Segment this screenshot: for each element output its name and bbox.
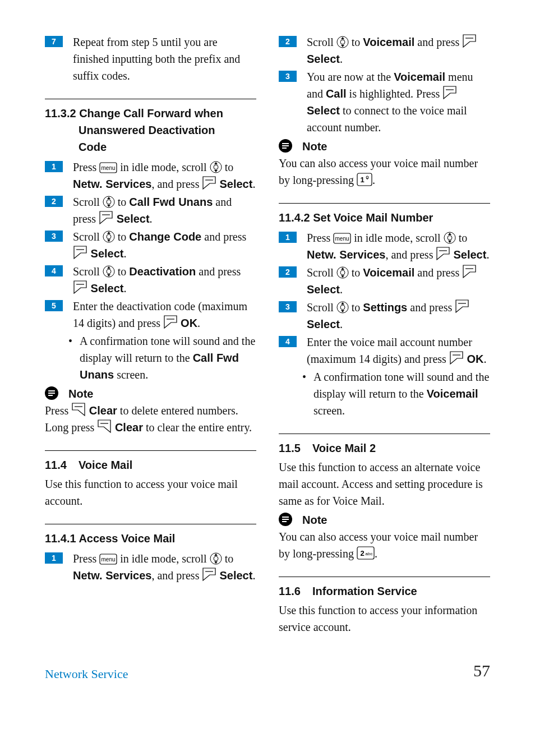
softkey-left-icon [449, 351, 464, 365]
divider [279, 203, 490, 204]
softkey-left-icon [73, 245, 87, 260]
note-body: Press Clear to delete entered numbers. L… [45, 402, 256, 436]
nav-icon [336, 36, 349, 48]
step-text: Repeat from step 5 until you are finishe… [73, 34, 256, 84]
para-11-4: Use this function to access your voice m… [45, 476, 256, 509]
step-2: 2 Scroll to Call Fwd Unans and press Sel… [45, 193, 256, 227]
step-number: 5 [45, 300, 63, 311]
softkey-left-icon [73, 280, 87, 294]
heading-11-6: 11.6 Information Service [279, 583, 490, 600]
para-11-5: Use this function to access an alternate… [279, 459, 490, 509]
para-11-6: Use this function to access your informa… [279, 602, 490, 635]
divider [45, 524, 256, 524]
note-body: You can also access your voice mail numb… [279, 528, 490, 562]
heading-11-5: 11.5 Voice Mail 2 [279, 440, 490, 457]
menu-key-icon [333, 233, 351, 244]
right-column: 2 Scroll to Voicemail and press Select. … [279, 34, 490, 635]
step-number: 2 [45, 196, 63, 207]
key-1-icon [357, 173, 372, 186]
bullet: • A confirmation tone will sound and the… [302, 368, 490, 419]
step-2: 2 Scroll to Voicemail and press Select. [279, 264, 490, 298]
softkey-left-icon [462, 34, 477, 48]
nav-icon [210, 552, 222, 565]
softkey-left-icon [455, 299, 469, 314]
step-3: 3 Scroll to Change Code and press Select… [45, 228, 256, 262]
note-icon [279, 139, 292, 153]
step-1: 1 Press in idle mode, scroll to Netw. Se… [45, 550, 256, 584]
step-number: 4 [279, 336, 297, 347]
footer-section: Network Service [45, 665, 128, 683]
step-1: 1 Press in idle mode, scroll to Netw. Se… [45, 159, 256, 192]
step-7: 7 Repeat from step 5 until you are finis… [45, 34, 256, 84]
content-columns: 7 Repeat from step 5 until you are finis… [45, 34, 490, 635]
step-number: 1 [45, 161, 63, 172]
step-number: 2 [279, 36, 297, 47]
softkey-left-icon [99, 210, 113, 225]
divider [45, 99, 256, 99]
note-heading: Note [279, 138, 490, 155]
step-number: 4 [45, 265, 63, 276]
step-4: 4 Enter the voice mail account number (m… [279, 334, 490, 367]
step-number: 1 [279, 232, 297, 243]
step-number: 3 [279, 301, 297, 312]
heading-11-4-1: 11.4.1 Access Voice Mail [45, 530, 256, 547]
step-number: 3 [279, 71, 297, 82]
softkey-left-icon [462, 264, 477, 279]
page-footer: Network Service 57 [45, 658, 490, 683]
step-1: 1 Press in idle mode, scroll to Netw. Se… [279, 229, 490, 263]
left-column: 7 Repeat from step 5 until you are finis… [45, 34, 256, 635]
nav-icon [103, 265, 115, 278]
softkey-left-icon [163, 315, 178, 329]
softkey-right-icon [71, 402, 86, 417]
step-5: 5 Enter the deactivation code (maximum 1… [45, 298, 256, 331]
divider [279, 434, 490, 434]
step-number: 2 [279, 266, 297, 278]
note-icon [45, 386, 58, 400]
softkey-right-icon [97, 419, 112, 434]
note-body: You can also access your voice mail numb… [279, 155, 490, 188]
note-icon [279, 513, 292, 526]
step-3: 3 You are now at the Voicemail menu and … [279, 68, 490, 136]
note-heading: Note [45, 385, 256, 402]
key-2-icon [357, 546, 375, 560]
heading-11-4-2: 11.4.2 Set Voice Mail Number [279, 209, 490, 226]
nav-icon [210, 161, 222, 173]
softkey-left-icon [442, 85, 457, 100]
softkey-left-icon [202, 567, 216, 582]
step-number: 1 [45, 552, 63, 564]
softkey-left-icon [436, 246, 450, 261]
page-number: 57 [473, 658, 490, 683]
step-4: 4 Scroll to Deactivation and press Selec… [45, 263, 256, 297]
nav-icon [336, 266, 349, 279]
menu-key-icon [99, 162, 117, 173]
nav-icon [103, 196, 115, 208]
step-3: 3 Scroll to Settings and press Select. [279, 299, 490, 333]
nav-icon [336, 301, 349, 314]
softkey-left-icon [202, 176, 216, 190]
step-number: 3 [45, 231, 63, 242]
nav-icon [103, 231, 115, 243]
step-2: 2 Scroll to Voicemail and press Select. [279, 34, 490, 67]
bullet: • A confirmation tone will sound and the… [68, 333, 256, 383]
divider [279, 577, 490, 577]
nav-icon [444, 232, 456, 244]
divider [45, 450, 256, 451]
menu-key-icon [99, 554, 117, 565]
step-number: 7 [45, 36, 63, 47]
note-heading: Note [279, 511, 490, 528]
heading-11-3-2: 11.3.2 Change Call Forward when Unanswer… [45, 105, 256, 155]
heading-11-4: 11.4 Voice Mail [45, 457, 256, 473]
